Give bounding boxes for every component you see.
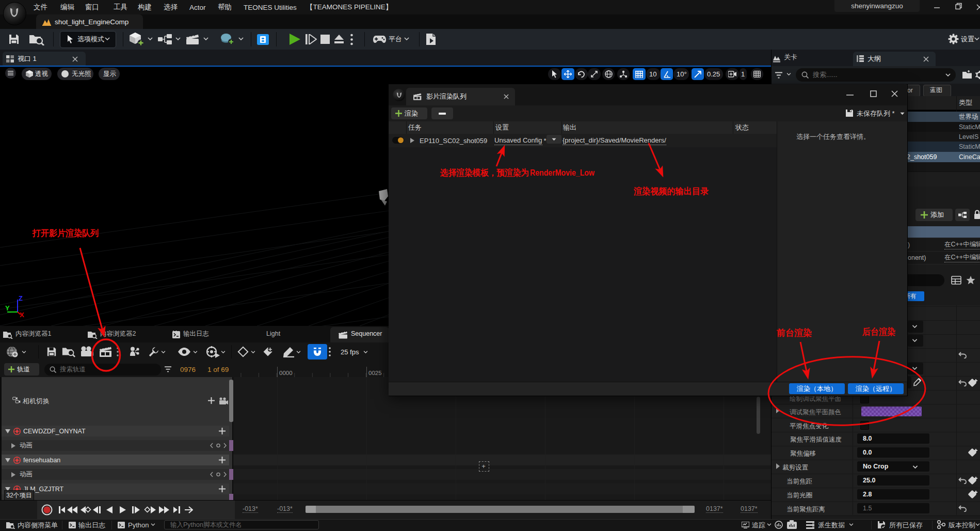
svg-text:Y: Y [5,304,10,312]
svg-text:Z: Z [19,294,23,302]
svg-text:X: X [20,311,24,318]
